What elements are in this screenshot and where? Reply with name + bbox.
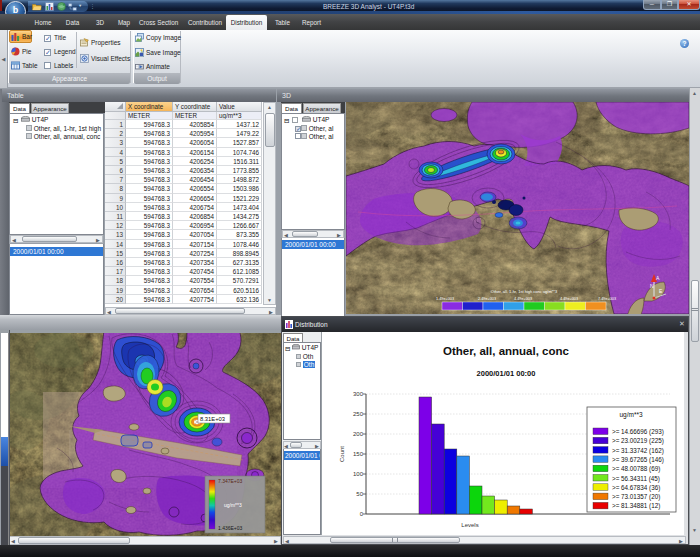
svg-text:150: 150 [353, 451, 364, 457]
svg-text:>= 81.34881 (12): >= 81.34881 (12) [612, 502, 660, 510]
svg-text:>= 23.00219 (225): >= 23.00219 (225) [612, 437, 664, 445]
svg-text:Other, all, annual, conc: Other, all, annual, conc [443, 345, 569, 357]
svg-text:>= 64.67834 (36): >= 64.67834 (36) [612, 484, 660, 492]
svg-text:N: N [650, 283, 654, 289]
svg-text:Other, all, 1-hr, 1st high con: Other, all, 1-hr, 1st high conc ug/m**3 [491, 289, 558, 294]
svg-text:ug/m**3: ug/m**3 [619, 411, 643, 419]
svg-text:7.49e+003: 7.49e+003 [598, 297, 616, 301]
svg-text:2000/01/01 00:00: 2000/01/01 00:00 [477, 369, 536, 378]
svg-text:>= 48.00788 (69): >= 48.00788 (69) [612, 465, 660, 473]
svg-text:>= 73.01357 (20): >= 73.01357 (20) [612, 493, 660, 501]
svg-text:1.436E+03: 1.436E+03 [218, 525, 243, 531]
svg-text:2.49e+003: 2.49e+003 [478, 297, 496, 301]
svg-text:100: 100 [353, 471, 364, 477]
svg-text:Count: Count [339, 446, 345, 462]
svg-text:50: 50 [356, 491, 363, 497]
svg-text:250: 250 [353, 411, 364, 417]
svg-text:7.347E+03: 7.347E+03 [218, 478, 243, 484]
svg-text:200: 200 [353, 431, 364, 437]
svg-text:1.49e+003: 1.49e+003 [436, 297, 454, 301]
svg-text:Levels: Levels [461, 522, 478, 528]
svg-text:4.49e+003: 4.49e+003 [514, 297, 532, 301]
svg-text:>= 14.66696 (293): >= 14.66696 (293) [612, 428, 664, 436]
svg-text:>= 39.67265 (146): >= 39.67265 (146) [612, 456, 664, 464]
svg-text:>= 56.34311 (45): >= 56.34311 (45) [612, 475, 660, 483]
svg-text:300: 300 [353, 391, 364, 397]
svg-text:ug/m**3: ug/m**3 [224, 502, 242, 508]
svg-text:8.31E+03: 8.31E+03 [200, 416, 225, 422]
svg-text:4.49e+003: 4.49e+003 [560, 297, 578, 301]
svg-text:>= 31.33742 (162): >= 31.33742 (162) [612, 447, 664, 455]
